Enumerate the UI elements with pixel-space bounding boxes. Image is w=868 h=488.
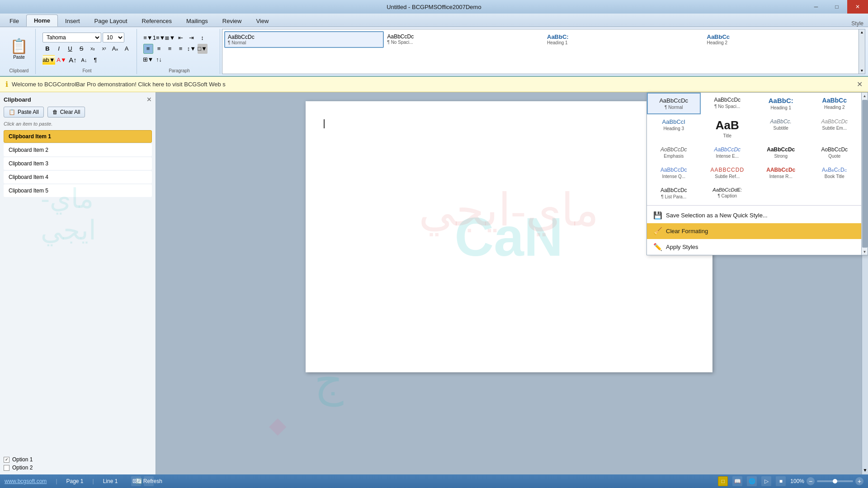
style-subtle-em[interactable]: AaBbCcDc Subtle Em... [808, 114, 862, 142]
zoom-in-button[interactable]: + [855, 477, 863, 485]
decrease-indent-button[interactable]: ⇤ [176, 33, 186, 43]
view-normal-button[interactable]: □ [718, 476, 728, 486]
shading-button[interactable]: □▼ [198, 44, 208, 54]
style-intense-ref[interactable]: AABbCcDc Intense R... [754, 163, 808, 183]
clipboard-item-3[interactable]: Clipboard Item 3 [4, 157, 152, 170]
view-reading-button[interactable]: 📖 [732, 476, 742, 486]
align-center-button[interactable]: ≡ [154, 44, 164, 54]
view-draft-button[interactable]: ■ [776, 476, 786, 486]
option-2-label: Option 2 [12, 465, 33, 471]
styles-scroll-down[interactable]: ▼ [862, 249, 868, 255]
scroll-down-icon[interactable]: ▼ [859, 68, 865, 74]
style-nospace-ribbon[interactable]: AaBbCcDc ¶ No Spaci... [384, 31, 544, 48]
paste-all-button[interactable]: 📋 Paste All [4, 107, 44, 117]
increase-indent-button[interactable]: ⇥ [187, 33, 197, 43]
clipboard-item-2[interactable]: Clipboard Item 2 [4, 144, 152, 156]
font-size-select[interactable]: 10 [103, 33, 124, 42]
tab-page-layout[interactable]: Page Layout [87, 15, 135, 27]
save-new-style-button[interactable]: 💾 Save Selection as a New Quick Style... [647, 207, 861, 223]
clipboard-item-1[interactable]: Clipboard Item 1 [4, 130, 152, 143]
bcgsoft-link[interactable]: www.bcgsoft.com [5, 478, 47, 484]
style-emphasis[interactable]: AoBbCcDc Emphasis [647, 142, 701, 163]
panel-close-button[interactable]: ✕ [146, 96, 152, 103]
paragraph-group-content: ≡▼ 1≡▼ ≣▼ ⇤ ⇥ ↕ ≡ ≡ ≡ ≡ ↕▼ □▼ ⊞▼ ↑↓ [143, 30, 216, 67]
style-strong[interactable]: AaBbCcDc Strong [754, 142, 808, 163]
view-outline-button[interactable]: ▷ [761, 476, 771, 486]
underline-button[interactable]: U [65, 44, 75, 54]
highlight-color-button[interactable]: ab▼ [42, 55, 55, 65]
style-list-para[interactable]: AaBbCcDc ¶ List Para... [647, 183, 701, 203]
style-quote[interactable]: AoBbCcDc Quote [808, 142, 862, 163]
clear-all-button[interactable]: 🗑 Clear All [47, 107, 85, 117]
show-formatting-button[interactable]: ¶ [90, 55, 100, 65]
zoom-slider[interactable] [817, 480, 853, 482]
font-color-button[interactable]: A▼ [57, 55, 66, 65]
align-right-button[interactable]: ≡ [165, 44, 175, 54]
align-left-button[interactable]: ≡ [143, 44, 153, 54]
style-h1-ribbon[interactable]: AaBbC: Heading 1 [544, 31, 703, 48]
style-intense-q[interactable]: AaBbCcDc Intense Q... [647, 163, 701, 183]
superscript-button[interactable]: X² [99, 44, 109, 54]
numbered-list-button[interactable]: 1≡▼ [154, 33, 164, 43]
style-subtitle[interactable]: AaBbCc. Subtitle [754, 114, 808, 142]
tab-review[interactable]: Review [215, 15, 249, 27]
style-title[interactable]: AaB Title [701, 114, 755, 142]
clear-format-icon: 🧹 [653, 227, 662, 235]
scroll-up-icon[interactable]: ▲ [859, 29, 865, 35]
font-group: Tahoma 10 B I U S X₂ X² Aₓ A [38, 29, 137, 74]
zoom-out-button[interactable]: − [807, 477, 815, 485]
style-h2-ribbon[interactable]: AaBbCc Heading 2 [704, 31, 863, 48]
subscript-button[interactable]: X₂ [88, 44, 98, 54]
style-caption[interactable]: AaBbCcDdE: ¶ Caption [701, 183, 755, 203]
style-intense-em[interactable]: AaBbCcDc Intense E... [701, 142, 755, 163]
border-button[interactable]: ⊞▼ [143, 55, 153, 65]
style-normal-ribbon[interactable]: AaBbCcDc ¶ Normal [224, 31, 384, 48]
strikethrough-button[interactable]: S [76, 44, 86, 54]
style-heading2[interactable]: AaBbCc Heading 2 [808, 93, 862, 114]
font-name-select[interactable]: Tahoma [42, 33, 101, 42]
line-spacing-button[interactable]: ↕▼ [187, 44, 197, 54]
tab-view[interactable]: View [249, 15, 276, 27]
tab-file[interactable]: File [2, 15, 26, 27]
style-normal[interactable]: AaBbCcDc ¶ Normal [647, 93, 701, 114]
style-book-title[interactable]: AaBbCcDc Book Title [808, 163, 862, 183]
clear-formatting-button[interactable]: 🧹 Clear Formating [647, 223, 861, 239]
notification-text[interactable]: Welcome to BCGControlBar Pro demonstrati… [12, 81, 226, 88]
style-no-spacing[interactable]: AaBbCcDc ¶ No Spaci... [701, 93, 755, 114]
refresh-button[interactable]: 🔄 Refresh [144, 476, 154, 486]
tab-references[interactable]: References [135, 15, 179, 27]
apply-styles-button[interactable]: ✏️ Apply Styles [647, 239, 861, 255]
option-1-checkbox[interactable]: ✓ [4, 457, 9, 463]
maximize-button[interactable]: □ [826, 0, 847, 14]
sort-az-button[interactable]: ↑↓ [154, 55, 164, 65]
text-effects-button[interactable]: A [122, 44, 132, 54]
sort-button[interactable]: ↕ [198, 33, 208, 43]
styles-scroll-up[interactable]: ▲ [862, 93, 868, 99]
multilevel-list-button[interactable]: ≣▼ [165, 33, 175, 43]
tab-home[interactable]: Home [26, 14, 58, 27]
zoom-area: 100% − + [790, 477, 863, 485]
tab-mailings[interactable]: Mailings [179, 15, 215, 27]
style-heading3[interactable]: AaBbCcI Heading 3 [647, 114, 701, 142]
style-heading1[interactable]: AaBbC: Heading 1 [754, 93, 808, 114]
clipboard-item-5[interactable]: Clipboard Item 5 [4, 184, 152, 197]
close-button[interactable]: ✕ [847, 0, 868, 14]
clear-format-button[interactable]: Aₓ [110, 44, 120, 54]
increase-font-button[interactable]: A↑ [68, 55, 78, 65]
option-2-checkbox[interactable] [4, 465, 9, 471]
clipboard-item-4[interactable]: Clipboard Item 4 [4, 171, 152, 183]
italic-button[interactable]: I [54, 44, 64, 54]
style-h1-label: Heading 1 [770, 105, 791, 110]
paste-button[interactable]: 📋 Paste [6, 36, 32, 61]
notification-close-button[interactable]: ✕ [857, 80, 863, 89]
scroll-down-button[interactable]: ▼ [861, 466, 868, 474]
view-web-button[interactable]: 🌐 [747, 476, 757, 486]
style-subtle-ref[interactable]: AABBCCDD Subtle Ref... [701, 163, 755, 183]
tab-insert[interactable]: Insert [58, 15, 87, 27]
bold-button[interactable]: B [42, 44, 52, 54]
styles-scroll-thumb[interactable] [862, 100, 868, 248]
decrease-font-button[interactable]: A↓ [79, 55, 89, 65]
justify-button[interactable]: ≡ [176, 44, 186, 54]
bullet-list-button[interactable]: ≡▼ [143, 33, 153, 43]
minimize-button[interactable]: ─ [806, 0, 826, 14]
